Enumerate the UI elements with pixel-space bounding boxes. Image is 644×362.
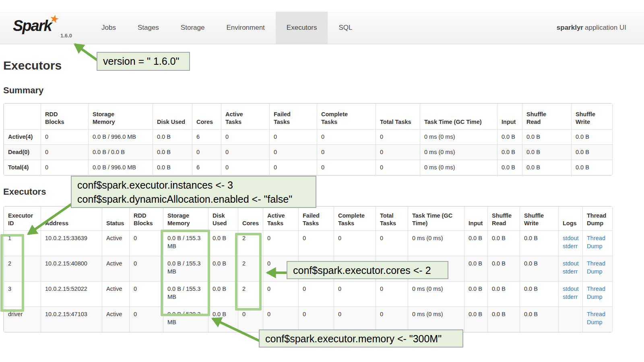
executor-input-cell: 0.0 B — [464, 282, 488, 307]
summary-row: Dead(0) 00.0 B / 0.0 B0.0 B000000 ms (0 … — [4, 145, 613, 160]
executor-cores-cell: 2 — [238, 256, 263, 282]
summary-column-header: Shuffle Write — [572, 104, 613, 130]
executor-shuffle-write-cell: 0.0 B — [520, 231, 559, 256]
executors-column-header: Input — [464, 207, 488, 231]
summary-cell: 0 — [41, 160, 89, 175]
executor-status-cell: Active — [102, 231, 130, 256]
executor-status-cell: Active — [102, 282, 130, 307]
summary-cell: 0.0 B — [497, 145, 522, 160]
spark-logo-text: Spark — [13, 17, 52, 34]
log-link[interactable]: stderr — [563, 293, 578, 301]
executors-column-header: Shuffle Write — [520, 207, 559, 231]
executor-cores-cell: 2 — [238, 231, 263, 256]
executor-rdd-blocks-cell: 0 — [130, 256, 163, 282]
navbar: Spark★ 1.6.0 Jobs Stages Storage Environ… — [0, 12, 644, 44]
log-link[interactable]: stderr — [563, 242, 578, 250]
executor-failed-tasks-cell: 0 — [299, 307, 334, 332]
instances-note: conf$spark.executor.instances <- 3 conf$… — [71, 176, 316, 208]
summary-cell: 0 — [317, 130, 376, 145]
summary-column-header: Storage Memory — [89, 104, 153, 130]
executor-input-cell: 0.0 B — [464, 231, 488, 256]
log-link[interactable]: stderr — [563, 267, 578, 276]
executor-total-tasks-cell: 0 — [376, 231, 408, 256]
executor-failed-tasks-cell: 0 — [299, 282, 334, 307]
executors-column-header: Executor ID — [4, 207, 41, 231]
summary-cell: 0 — [41, 130, 89, 145]
summary-cell: 0.0 B / 996.0 MB — [89, 130, 153, 145]
executors-column-header: Failed Tasks — [299, 207, 334, 231]
summary-heading: Summary — [3, 85, 43, 96]
summary-cell: 0 — [192, 145, 221, 160]
summary-row-label: Active(4) — [4, 130, 41, 145]
spark-version-label: 1.6.0 — [60, 33, 72, 39]
executor-cores-cell: 0 — [238, 307, 263, 332]
executor-disk-used-cell: 0.0 B — [208, 307, 238, 332]
nav-tab[interactable]: SQL — [328, 12, 363, 44]
executors-column-header: Storage Memory — [163, 207, 208, 231]
summary-cell: 0 ms (0 ms) — [420, 160, 497, 175]
executor-rdd-blocks-cell: 0 — [130, 231, 163, 256]
summary-cell: 0 — [270, 130, 317, 145]
summary-column-header: Input — [497, 104, 522, 130]
executor-address-cell: 10.0.2.15:52022 — [41, 282, 102, 307]
thread-dump-link[interactable]: Thread Dump — [587, 286, 605, 300]
summary-column-header: Cores — [192, 104, 221, 130]
nav-tab[interactable]: Jobs — [91, 12, 127, 44]
application-title: sparklyr application UI — [557, 12, 626, 44]
log-link[interactable]: stdout — [563, 285, 578, 293]
summary-cell: 0 — [376, 145, 420, 160]
executor-id-cell: driver — [4, 307, 41, 332]
thread-dump-link[interactable]: Thread Dump — [587, 235, 605, 249]
nav-tab[interactable]: Stages — [127, 12, 170, 44]
executor-total-tasks-cell: 0 — [376, 307, 408, 332]
summary-column-header: Active Tasks — [221, 104, 270, 130]
summary-cell: 0.0 B / 0.0 B — [89, 145, 153, 160]
application-title-suffix: application UI — [585, 24, 626, 32]
executor-disk-used-cell: 0.0 B — [208, 231, 238, 256]
executor-id-cell: 1 — [4, 231, 41, 256]
spark-logo[interactable]: Spark★ — [13, 17, 52, 35]
executors-column-header: Total Tasks — [376, 207, 408, 231]
executor-task-time-cell: 0 ms (0 ms) — [408, 307, 464, 332]
executor-active-tasks-cell: 0 — [263, 282, 299, 307]
nav-tab[interactable]: Environment — [215, 12, 275, 44]
thread-dump-link[interactable]: Thread Dump — [587, 260, 605, 275]
executor-disk-used-cell: 0.0 B — [208, 256, 238, 282]
executors-column-header: RDD Blocks — [130, 207, 163, 231]
log-link[interactable]: stdout — [563, 259, 578, 267]
summary-column-header — [4, 104, 41, 130]
executors-heading: Executors — [3, 187, 46, 197]
summary-column-header: RDD Blocks — [41, 104, 89, 130]
summary-cell: 0.0 B — [497, 130, 522, 145]
executor-shuffle-read-cell: 0.0 B — [488, 307, 520, 332]
executor-failed-tasks-cell: 0 — [299, 231, 334, 256]
nav-tab[interactable]: Executors — [276, 12, 328, 44]
spark-star-icon: ★ — [48, 12, 60, 26]
log-link[interactable]: stdout — [563, 234, 578, 242]
executor-storage-memory-cell: 0.0 B / 530.3 MB — [163, 307, 208, 332]
instances-note-line2: conf$spark.dynamicAllocation.enabled <- … — [77, 192, 310, 206]
executors-column-header: Shuffle Read — [488, 207, 520, 231]
executor-shuffle-read-cell: 0.0 B — [488, 256, 520, 282]
nav-tab[interactable]: Storage — [170, 12, 216, 44]
summary-table: RDD BlocksStorage MemoryDisk UsedCoresAc… — [3, 103, 613, 176]
version-note: version = " 1.6.0" — [97, 52, 190, 71]
summary-cell: 0 — [221, 160, 270, 175]
executor-task-time-cell: 0 ms (0 ms) — [408, 282, 464, 307]
nav-tabs: Jobs Stages Storage Environment Executor… — [91, 12, 363, 44]
executors-column-header: Logs — [559, 207, 583, 231]
executor-shuffle-read-cell: 0.0 B — [488, 282, 520, 307]
summary-cell: 0 — [376, 130, 420, 145]
memory-note: conf$spark.executor.memory <- "300M" — [259, 329, 463, 348]
executors-header-row: Executor IDAddressStatusRDD BlocksStorag… — [4, 207, 613, 231]
executor-logs-cell: stdoutstderr — [559, 282, 583, 307]
summary-cell: 0 ms (0 ms) — [420, 130, 497, 145]
thread-dump-link[interactable]: Thread Dump — [587, 311, 605, 325]
executors-column-header: Active Tasks — [263, 207, 299, 231]
instances-note-line1: conf$spark.executor.instances <- 3 — [77, 178, 310, 192]
summary-cell: 0.0 B — [522, 160, 572, 175]
executor-status-cell: Active — [102, 307, 130, 332]
executors-column-header: Thread Dump — [583, 207, 613, 231]
summary-cell: 0 — [221, 145, 270, 160]
summary-row: Total(4) 00.0 B / 996.0 MB0.0 B600000 ms… — [4, 160, 613, 175]
